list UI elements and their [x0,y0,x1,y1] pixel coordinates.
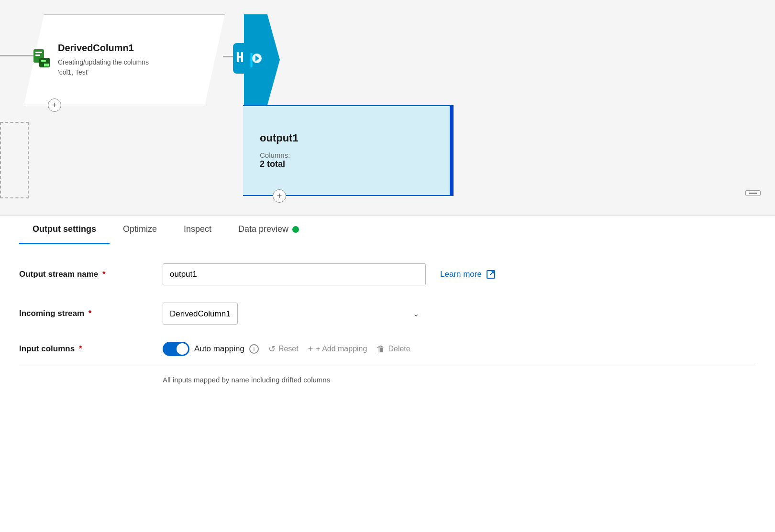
svg-marker-5 [44,64,49,66]
delete-icon: 🗑 [376,344,385,354]
add-output-button[interactable]: + [273,189,286,203]
auto-mapping-info-icon[interactable]: i [249,344,259,354]
incoming-stream-select-wrapper: DerivedColumn1 ⌄ [163,303,426,325]
bottom-panel: Output settings Optimize Inspect Data pr… [0,215,775,532]
add-mapping-button[interactable]: + + Add mapping [308,344,367,354]
output-stream-name-label: Output stream name * [19,270,163,279]
svg-text:H: H [236,50,244,65]
output-stream-name-row: Output stream name * Learn more ↗ [19,263,756,285]
learn-more-link[interactable]: Learn more ↗ [440,270,495,279]
incoming-stream-row: Incoming stream * DerivedColumn1 ⌄ [19,303,756,325]
derived-column-node[interactable]: DerivedColumn1 Creating/updating the col… [24,14,225,105]
auto-mapping-label: Auto mapping [194,344,244,354]
settings-content: Output stream name * Learn more ↗ Incomi… [0,244,775,403]
tab-inspect[interactable]: Inspect [170,216,225,244]
output-node-body: output1 Columns: 2 total [243,105,454,196]
external-link-icon: ↗ [487,270,495,279]
tab-output-settings[interactable]: Output settings [19,216,110,244]
output-node-title: output1 [260,132,433,144]
output-columns-value: 2 total [260,159,433,169]
output-stream-name-input[interactable] [163,263,426,285]
tab-optimize[interactable]: Optimize [110,216,170,244]
output-node[interactable]: output1 Columns: 2 total + [244,14,454,196]
reset-button[interactable]: ↺ Reset [268,344,299,354]
toggle-knob [177,343,188,355]
incoming-stream-label: Incoming stream * [19,309,163,318]
mapping-hint: All inputs mapped by name including drif… [163,376,756,384]
incoming-stream-select[interactable]: DerivedColumn1 [163,303,238,325]
derived-column-icon [33,48,51,71]
derived-column-title: DerivedColumn1 [58,43,200,54]
delete-mapping-button[interactable]: 🗑 Delete [376,344,410,354]
add-mapping-icon: + [308,344,313,354]
data-preview-dot [292,226,299,233]
svg-rect-4 [41,60,46,62]
selection-box [0,122,29,198]
derived-column-shape: DerivedColumn1 Creating/updating the col… [24,14,225,105]
reset-icon: ↺ [268,344,276,354]
auto-mapping-toggle[interactable] [163,342,189,356]
output-columns-label: Columns: [260,151,433,159]
svg-rect-2 [35,54,40,56]
tab-data-preview[interactable]: Data preview [225,216,312,244]
derived-column-desc: Creating/updating the columns'col1, Test… [58,57,200,77]
input-columns-row: Input columns * Auto mapping i ↺ Reset +… [19,342,756,356]
canvas-area: DerivedColumn1 Creating/updating the col… [0,0,775,215]
chevron-down-icon: ⌄ [413,309,419,318]
divider [19,366,756,366]
input-columns-label: Input columns * [19,344,163,354]
tabs-bar: Output settings Optimize Inspect Data pr… [0,216,775,244]
add-input-button[interactable]: + [48,98,61,112]
minus-icon [749,193,757,194]
transform-icon[interactable]: H | [232,42,265,76]
zoom-out-button[interactable] [745,190,761,196]
svg-rect-1 [35,52,42,53]
